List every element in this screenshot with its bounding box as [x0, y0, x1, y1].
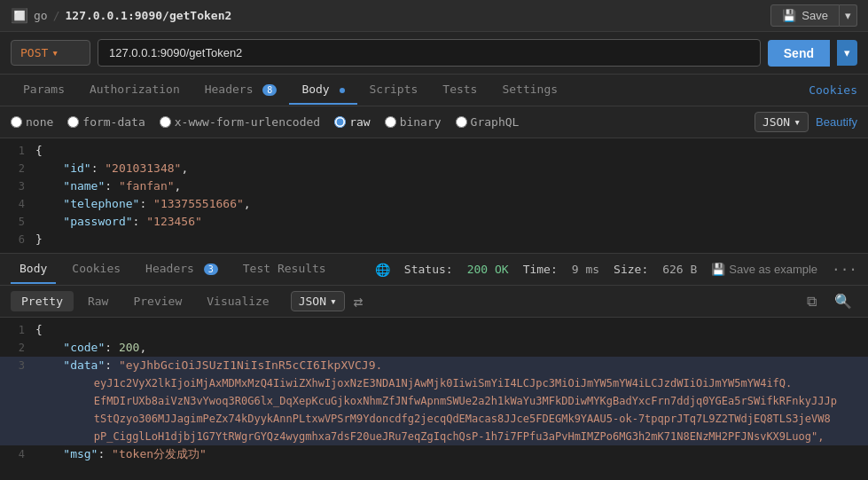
- save-dropdown-button[interactable]: ▾: [840, 4, 857, 27]
- save-example-button[interactable]: 💾 Save as example: [711, 263, 817, 276]
- resp-line-1: 1 {: [0, 321, 868, 339]
- headers-badge: 8: [262, 84, 277, 96]
- time-label: Time:: [523, 263, 558, 276]
- method-label: POST: [20, 46, 48, 59]
- status-code: 200 OK: [467, 263, 509, 276]
- response-tab-tests[interactable]: Test Results: [234, 255, 335, 284]
- response-code[interactable]: 1 { 2 "code": 200, 3 "data": "eyJhbGciOi…: [0, 318, 868, 473]
- code-line-3: 3 "name": "fanfan",: [0, 177, 868, 195]
- code-line-6: 6 }: [0, 231, 868, 248]
- response-tab-headers[interactable]: Headers 3: [137, 255, 227, 284]
- title-url: 127.0.0.1:9090/getToken2: [65, 9, 231, 22]
- response-options: Pretty Raw Preview Visualize JSON ▾ ⇄ ⧉ …: [0, 286, 868, 318]
- code-line-4: 4 "telephone": "13375551666",: [0, 195, 868, 213]
- resp-line-3e: pP_CigglLoH1djbj1G7YtRWgrGYQz4wygmhxa7ds…: [0, 428, 868, 445]
- save-example-label: Save as example: [729, 263, 817, 276]
- send-button[interactable]: Send: [768, 40, 830, 67]
- resp-tab-pretty[interactable]: Pretty: [11, 291, 74, 311]
- option-graphql[interactable]: GraphQL: [456, 115, 520, 129]
- option-binary[interactable]: binary: [385, 115, 442, 129]
- response-format-select[interactable]: JSON ▾: [291, 291, 345, 311]
- tab-headers[interactable]: Headers 8: [192, 75, 290, 105]
- json-format-chevron: ▾: [794, 115, 801, 129]
- tab-scripts[interactable]: Scripts: [357, 75, 431, 105]
- save-label: Save: [802, 9, 828, 22]
- response-actions: ⧉ 🔍: [802, 291, 857, 311]
- title-separator: /: [53, 9, 60, 22]
- request-code-editor[interactable]: 1 { 2 "id": "201031348", 3 "name": "fanf…: [0, 138, 868, 254]
- tab-authorization[interactable]: Authorization: [77, 75, 192, 105]
- more-options-button[interactable]: ···: [832, 261, 857, 278]
- search-button[interactable]: 🔍: [829, 291, 857, 311]
- response-format-chevron: ▾: [330, 295, 337, 308]
- method-chevron: ▾: [51, 46, 59, 59]
- save-example-icon: 💾: [711, 263, 725, 276]
- response-tab-cookies[interactable]: Cookies: [63, 255, 129, 284]
- response-tab-body[interactable]: Body: [11, 255, 56, 284]
- option-form-data[interactable]: form-data: [67, 115, 145, 129]
- body-options: none form-data x-www-form-urlencoded raw…: [0, 106, 868, 138]
- code-line-2: 2 "id": "201031348",: [0, 160, 868, 177]
- resp-line-3d: tStQzyo306MJJagimPeZx74kDyykAnnPLtxwVPSr…: [0, 410, 868, 428]
- beautify-button[interactable]: Beautify: [816, 115, 857, 129]
- body-dot: [340, 88, 345, 93]
- option-urlencoded[interactable]: x-www-form-urlencoded: [160, 115, 320, 129]
- option-raw[interactable]: raw: [334, 115, 370, 129]
- size-label: Size:: [614, 263, 648, 276]
- tab-params[interactable]: Params: [11, 75, 77, 105]
- option-none[interactable]: none: [11, 115, 53, 129]
- copy-button[interactable]: ⧉: [802, 292, 822, 311]
- response-status: 🌐 Status: 200 OK Time: 9 ms Size: 626 B …: [375, 261, 857, 278]
- title-method: go: [34, 9, 48, 22]
- size-value: 626 B: [662, 263, 697, 276]
- code-line-5: 5 "password": "123456": [0, 213, 868, 231]
- method-select[interactable]: POST ▾: [11, 40, 90, 66]
- app-icon: 🔲: [11, 7, 28, 24]
- save-button[interactable]: 💾 Save: [770, 4, 840, 27]
- url-bar: POST ▾ Send ▾: [0, 32, 868, 75]
- tab-tests[interactable]: Tests: [430, 75, 489, 105]
- title-actions: 💾 Save ▾: [770, 4, 857, 27]
- cookies-link[interactable]: Cookies: [809, 83, 857, 97]
- json-format-select[interactable]: JSON ▾: [755, 112, 809, 132]
- send-dropdown-button[interactable]: ▾: [837, 40, 857, 66]
- resp-line-3c: EfMDIrUXb8aiVzN3vYwoq3R0G6lx_DqXepKcuGjk…: [0, 392, 868, 410]
- tab-settings[interactable]: Settings: [489, 75, 570, 105]
- status-label: Status:: [404, 263, 453, 276]
- request-tabs: Params Authorization Headers 8 Body Scri…: [0, 75, 868, 106]
- time-value: 9 ms: [572, 263, 599, 276]
- resp-tab-raw[interactable]: Raw: [77, 291, 119, 311]
- url-input[interactable]: [98, 39, 761, 67]
- globe-icon: 🌐: [375, 263, 390, 277]
- response-headers-badge: 3: [204, 264, 218, 275]
- title-bar: 🔲 go / 127.0.0.1:9090/getToken2 💾 Save ▾: [0, 0, 868, 32]
- json-format-label: JSON: [762, 115, 790, 129]
- tab-body[interactable]: Body: [289, 75, 356, 105]
- code-line-1: 1 {: [0, 142, 868, 160]
- body-format-controls: JSON ▾ Beautify: [755, 112, 857, 132]
- resp-line-3: 3 "data": "eyJhbGciOiJSUzI1NiIsInR5cCI6I…: [0, 357, 868, 374]
- resp-line-2: 2 "code": 200,: [0, 339, 868, 357]
- resp-tab-preview[interactable]: Preview: [122, 291, 192, 311]
- resp-tab-visualize[interactable]: Visualize: [196, 291, 279, 311]
- filter-icon[interactable]: ⇄: [354, 292, 364, 311]
- response-header: Body Cookies Headers 3 Test Results 🌐 St…: [0, 254, 868, 286]
- response-format-label: JSON: [299, 295, 326, 308]
- save-icon: 💾: [782, 9, 796, 22]
- resp-line-4: 4 "msg": "token分发成功": [0, 445, 868, 463]
- resp-line-3b: eyJ1c2VyX2lkIjoiMjAxMDMxMzQ4IiwiZXhwIjox…: [0, 374, 868, 392]
